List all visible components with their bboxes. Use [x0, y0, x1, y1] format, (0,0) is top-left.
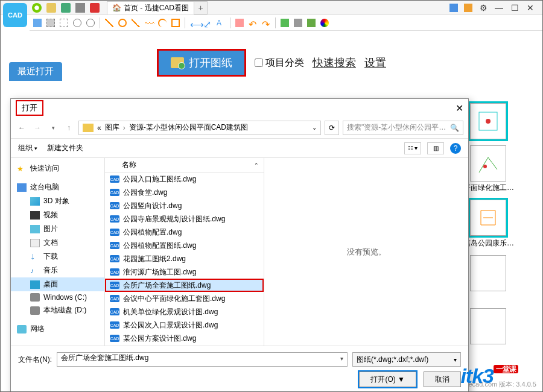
- thumbnail-4[interactable]: [470, 255, 506, 291]
- app-logo: [3, 3, 27, 27]
- sidebar-videos[interactable]: 视频: [11, 208, 104, 222]
- text-icon[interactable]: A: [217, 19, 225, 27]
- preview-pane-icon[interactable]: ▥: [427, 142, 444, 154]
- search-placeholder: 搜索"资源-某小型休闲公园平…: [347, 122, 446, 133]
- dim-aligned-icon[interactable]: ⤢: [203, 19, 212, 27]
- sidebar-music[interactable]: ♪音乐: [11, 264, 104, 277]
- nav-forward-icon[interactable]: →: [31, 122, 43, 134]
- zoom-out-icon[interactable]: [86, 19, 95, 27]
- polyline-icon[interactable]: [132, 19, 140, 27]
- filename-input[interactable]: 会所广场全套施工图纸.dwg: [57, 352, 348, 367]
- settings-link[interactable]: 设置: [364, 55, 386, 70]
- pan-icon[interactable]: [33, 19, 42, 27]
- file-filter-select[interactable]: 图纸(*.dwg;*.dxf;*.dwf): [352, 352, 461, 367]
- breadcrumb-root[interactable]: 图库: [105, 122, 119, 133]
- feedback-icon[interactable]: [464, 4, 472, 12]
- file-row[interactable]: CAD会议中心平面绿化施工套图.dwg: [105, 292, 264, 305]
- thumbnail-2[interactable]: [470, 145, 506, 182]
- organize-menu[interactable]: 组织: [18, 143, 37, 153]
- zoom-extents-icon[interactable]: [46, 19, 55, 27]
- file-row[interactable]: CAD花园施工图纸2.dwg: [105, 252, 264, 265]
- maximize-icon[interactable]: ☐: [510, 3, 519, 13]
- rect-icon[interactable]: [171, 19, 180, 27]
- refresh-icon[interactable]: ⟳: [325, 121, 339, 135]
- dialog-close-icon[interactable]: ✕: [456, 103, 463, 114]
- cad-file-icon: CAD: [110, 295, 119, 302]
- file-list[interactable]: 名称 ⌃ CAD公园入口施工图纸.dwgCAD公园食堂.dwgCAD公园竖向设计…: [105, 158, 264, 346]
- open-button[interactable]: 打开(O) ▼: [359, 371, 416, 387]
- help-icon[interactable]: ?: [450, 143, 461, 154]
- redo-icon[interactable]: ↷: [262, 19, 270, 27]
- new-icon[interactable]: [32, 3, 42, 13]
- color-icon[interactable]: [320, 19, 329, 27]
- sidebar-desktop[interactable]: 桌面: [11, 277, 104, 291]
- gear-icon[interactable]: ⚙: [478, 3, 488, 13]
- sort-icon[interactable]: ⌃: [254, 162, 259, 168]
- dialog-sidebar: ★快速访问 这台电脑 3D 对象 视频 图片 文档 ↓下载 ♪音乐 桌面 Win…: [11, 158, 105, 346]
- spline-icon[interactable]: 〰: [145, 19, 153, 27]
- sidebar-drive-d[interactable]: 本地磁盘 (D:): [11, 303, 104, 317]
- print-icon[interactable]: [75, 3, 85, 13]
- sidebar-pictures[interactable]: 图片: [11, 222, 104, 236]
- nav-back-icon[interactable]: ←: [16, 122, 28, 134]
- file-row[interactable]: CAD公园植物配置图纸.dwg: [105, 239, 264, 252]
- sidebar-3d-objects[interactable]: 3D 对象: [11, 194, 104, 208]
- erase-icon[interactable]: [235, 19, 244, 27]
- arc-icon[interactable]: [158, 19, 167, 27]
- breadcrumb-folder[interactable]: 资源-某小型休闲公园平面CAD建筑图: [129, 122, 248, 133]
- close-icon[interactable]: ✕: [526, 3, 535, 13]
- file-row[interactable]: CAD公园竖向设计.dwg: [105, 199, 264, 212]
- tab-add[interactable]: +: [194, 1, 208, 14]
- sidebar-network[interactable]: 网络: [11, 322, 104, 336]
- layer-off-icon[interactable]: [294, 19, 302, 27]
- zoom-window-icon[interactable]: [60, 19, 68, 27]
- dialog-title: 打开: [16, 100, 43, 116]
- project-category-checkbox[interactable]: 项目分类: [255, 57, 304, 69]
- new-folder-button[interactable]: 新建文件夹: [47, 143, 83, 153]
- cancel-button[interactable]: 取消: [424, 371, 461, 387]
- thumbnail-1[interactable]: [470, 103, 506, 139]
- nav-history-icon[interactable]: ▾: [47, 122, 59, 134]
- sidebar-this-pc[interactable]: 这台电脑: [11, 180, 104, 194]
- open-drawing-button[interactable]: 打开图纸: [157, 49, 246, 77]
- search-input[interactable]: 搜索"资源-某小型休闲公园平… 🔍: [343, 121, 463, 135]
- sidebar-documents[interactable]: 文档: [11, 236, 104, 250]
- view-mode-icon[interactable]: ☷ ▾: [404, 142, 421, 154]
- zoom-in-icon[interactable]: [73, 19, 81, 27]
- line-icon[interactable]: [105, 19, 113, 27]
- circle-icon[interactable]: [118, 19, 127, 27]
- file-row[interactable]: CAD机关单位绿化景观设计图.dwg: [105, 305, 264, 318]
- file-name: 公园寺庙景观规划设计图纸.dwg: [123, 214, 225, 224]
- pdf-icon[interactable]: [90, 3, 100, 13]
- layer-tools-icon[interactable]: [307, 19, 316, 27]
- file-row[interactable]: CAD公园入口施工图纸.dwg: [105, 172, 264, 186]
- quick-search-link[interactable]: 快速搜索: [313, 55, 356, 70]
- thumbnail-3[interactable]: [470, 200, 506, 236]
- file-name: 花园施工图纸2.dwg: [123, 254, 186, 264]
- file-row[interactable]: CAD会所广场全套施工图纸.dwg: [105, 279, 264, 292]
- file-row[interactable]: CAD某公园次入口景观设计图.dwg: [105, 318, 264, 332]
- save-icon[interactable]: [61, 3, 71, 13]
- address-dropdown-icon[interactable]: ⌄: [312, 124, 317, 131]
- file-row[interactable]: CAD淮河源广场施工图.dwg: [105, 265, 264, 279]
- file-row[interactable]: CAD公园寺庙景观规划设计图纸.dwg: [105, 212, 264, 226]
- dim-linear-icon[interactable]: ⟷: [190, 19, 198, 27]
- file-row[interactable]: CAD公园植物配置.dwg: [105, 226, 264, 239]
- tab-home[interactable]: 🏠 首页 - 迅捷CAD看图: [107, 1, 194, 14]
- thumbnail-5[interactable]: [470, 308, 506, 344]
- sidebar-drive-c[interactable]: Windows (C:): [11, 291, 104, 303]
- skin-icon[interactable]: [449, 4, 458, 12]
- file-row[interactable]: CAD某公园方案设计图.dwg: [105, 332, 264, 345]
- column-header-name[interactable]: 名称 ⌃: [105, 158, 264, 172]
- file-row[interactable]: CAD公园食堂.dwg: [105, 186, 264, 199]
- home-icon: 🏠: [112, 4, 121, 12]
- open-icon[interactable]: [46, 3, 56, 13]
- nav-up-icon[interactable]: ↑: [63, 122, 75, 134]
- address-bar[interactable]: « 图库 › 资源-某小型休闲公园平面CAD建筑图 ⌄: [78, 121, 321, 135]
- project-category-check[interactable]: [255, 58, 263, 67]
- minimize-icon[interactable]: —: [494, 3, 504, 13]
- undo-icon[interactable]: ↶: [249, 19, 257, 27]
- sidebar-downloads[interactable]: ↓下载: [11, 250, 104, 264]
- sidebar-quick-access[interactable]: ★快速访问: [11, 162, 104, 175]
- layers-icon[interactable]: [281, 19, 289, 27]
